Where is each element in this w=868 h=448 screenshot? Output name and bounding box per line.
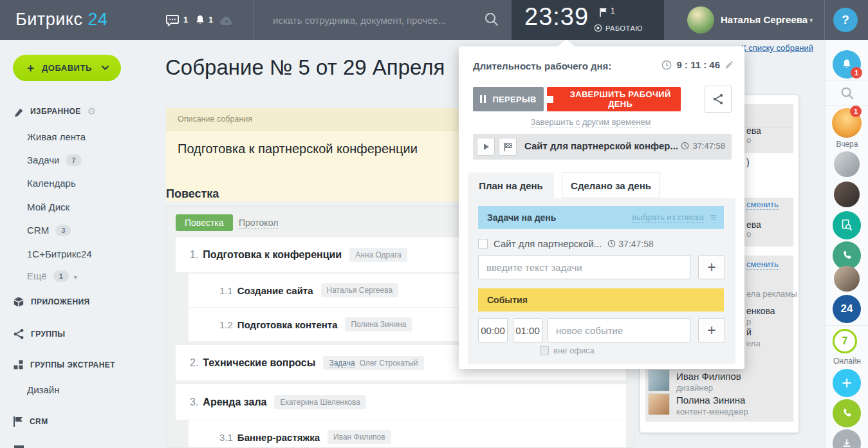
sidebar-item-tasks[interactable]: Задачи7: [27, 154, 82, 166]
sidebar-section-apps[interactable]: ПРИЛОЖЕНИЯ: [13, 296, 90, 308]
sidebar-item-my-disk[interactable]: Мой Диск: [27, 201, 69, 212]
help-button[interactable]: ?: [833, 8, 858, 32]
play-button[interactable]: [477, 138, 495, 156]
add-button[interactable]: + ДОБАВИТЬ: [13, 55, 121, 81]
work-status-label: РАБОТАЮ: [605, 24, 643, 32]
new-task-input[interactable]: [478, 255, 690, 279]
finish-workday-button[interactable]: ЗАВЕРШИТЬ РАБОЧИЙ ДЕНЬ: [547, 87, 681, 111]
agenda-item-number: 2.: [190, 357, 198, 369]
bitrix-logo[interactable]: Битрикс 24: [15, 10, 107, 30]
clock-icon: [681, 142, 689, 150]
agenda-heading: Повестка: [166, 187, 219, 201]
sidebar-item-calendar[interactable]: Календарь: [27, 178, 76, 189]
blocks-icon: [13, 359, 24, 370]
day-task-name[interactable]: Сайт для партнерской...: [494, 238, 602, 249]
participant-name[interactable]: Полина Зинина: [676, 395, 745, 406]
event-time-from-input[interactable]: [478, 318, 508, 342]
participant-avatar[interactable]: [648, 393, 670, 415]
agenda-item-owner[interactable]: Полина Зинина: [345, 317, 412, 331]
break-button[interactable]: ПЕРЕРЫВ: [473, 87, 544, 111]
user-avatar[interactable]: [687, 6, 714, 33]
bitrix24-network-button[interactable]: 24: [833, 295, 861, 323]
sidebar-section-extranet[interactable]: ГРУППЫ ЭКСТРАНЕТ: [13, 359, 115, 370]
outside-office-checkbox[interactable]: [540, 346, 549, 355]
chat-icon[interactable]: [165, 14, 180, 29]
share-nodes-icon: [13, 328, 24, 340]
owner-label: Наталья Сергеева: [327, 286, 393, 295]
agenda-item-owner[interactable]: Екатерина Шеленкова: [274, 395, 366, 409]
pencil-icon[interactable]: [725, 60, 734, 70]
participant-role-fragment: ела: [746, 339, 761, 348]
chat-contact-avatar[interactable]: [834, 151, 860, 177]
rail-search-icon[interactable]: [840, 86, 855, 104]
sidebar-item-design[interactable]: Дизайн: [27, 384, 59, 395]
day-task-timer: 37:47:58: [607, 239, 654, 249]
new-event-input[interactable]: [548, 318, 690, 342]
install-app-button[interactable]: [833, 429, 861, 448]
chat-contact-avatar[interactable]: [834, 266, 860, 292]
share-button[interactable]: [705, 86, 732, 113]
agenda-row: 3.1 Баннер-растяжка Иван Филипов: [189, 420, 626, 448]
tab-protocol[interactable]: Протокол: [239, 218, 278, 229]
record-icon: [594, 24, 602, 32]
participant-role: контент-менеджер: [676, 407, 748, 416]
yesterday-label: Вчера: [826, 140, 868, 149]
worktime-clock-widget[interactable]: 23:39 1 РАБОТАЮ: [512, 0, 664, 40]
bitrix24-app: Битрикс 24 1 1 23:39 1 РАБОТАЮ: [0, 0, 868, 448]
sidebar-section-crm[interactable]: CRM: [13, 416, 48, 427]
popup-notch: [558, 39, 575, 46]
sidebar-item-1c-bitrix[interactable]: 1С+Битрикс24: [27, 248, 92, 259]
topbar-divider: [254, 0, 254, 40]
finish-other-time-link[interactable]: Завершить с другим временем: [497, 117, 684, 127]
sidebar-section-groups[interactable]: ГРУППЫ: [13, 328, 66, 340]
add-button-label: ДОБАВИТЬ: [42, 63, 92, 73]
search-icon[interactable]: [483, 11, 500, 30]
document-search-button[interactable]: [833, 211, 861, 239]
favorites-header[interactable]: ИЗБРАННОЕ ⚙: [13, 106, 97, 117]
event-time-to-input[interactable]: [513, 318, 542, 342]
active-task-name[interactable]: Сайт для партнерской конфер...: [524, 140, 678, 151]
events-header: События: [478, 288, 724, 312]
share-icon: [712, 93, 725, 106]
choose-from-list-link[interactable]: выбрать из списка: [632, 212, 704, 223]
add-event-button[interactable]: +: [698, 318, 725, 342]
back-to-meetings-link[interactable]: К списку собраний: [741, 43, 813, 53]
participant-role-fragment: о: [746, 135, 751, 145]
agenda-item-owner[interactable]: Анна Одрага: [349, 248, 407, 262]
add-task-button[interactable]: +: [698, 255, 725, 279]
telephony-button[interactable]: [833, 399, 861, 427]
divider: [826, 325, 868, 326]
bell-icon[interactable]: [194, 14, 207, 30]
day-task-item: Сайт для партнерской... 37:47:58: [478, 238, 654, 249]
invite-users-button[interactable]: +: [833, 369, 861, 397]
sidebar-item-live-feed[interactable]: Живая лента: [27, 131, 86, 142]
participant-name[interactable]: Иван Филипов: [676, 371, 741, 382]
sidebar-item-crm[interactable]: CRM3: [27, 225, 71, 236]
user-menu[interactable]: Наталья Сергеева: [721, 14, 808, 25]
change-link[interactable]: сменить: [746, 259, 779, 270]
agenda-item-owner[interactable]: Иван Филипов: [328, 430, 391, 444]
chevron-down-icon: ▾: [809, 16, 813, 24]
search-input[interactable]: [273, 10, 466, 30]
list-icon[interactable]: ≡: [710, 212, 716, 223]
participant-avatar[interactable]: [648, 369, 670, 391]
section-label: CRM: [30, 417, 48, 426]
tab-agenda[interactable]: Повестка: [176, 214, 233, 231]
tasks-count-badge: 7: [66, 154, 81, 166]
sidebar-item-more[interactable]: Ещё1▾: [27, 270, 77, 282]
gear-icon[interactable]: ⚙: [88, 106, 97, 117]
finish-task-button[interactable]: [499, 138, 517, 156]
notifications-button[interactable]: 1: [833, 50, 861, 79]
chat-contact-avatar[interactable]: 1: [832, 108, 862, 138]
task-link[interactable]: Задача: [329, 359, 355, 368]
download-icon: [840, 437, 853, 448]
cloud-icon[interactable]: [219, 15, 234, 28]
tab-done-for-day[interactable]: Сделано за день: [562, 173, 660, 198]
agenda-item-owner[interactable]: Наталья Сергеева: [321, 283, 399, 297]
task-checkbox[interactable]: [478, 239, 488, 248]
plus-icon: +: [27, 61, 34, 75]
online-users-button[interactable]: 7: [833, 329, 857, 353]
tab-plan-for-day[interactable]: План на день: [468, 173, 554, 198]
chat-contact-avatar[interactable]: [834, 182, 860, 207]
change-link[interactable]: сменить: [746, 200, 779, 210]
